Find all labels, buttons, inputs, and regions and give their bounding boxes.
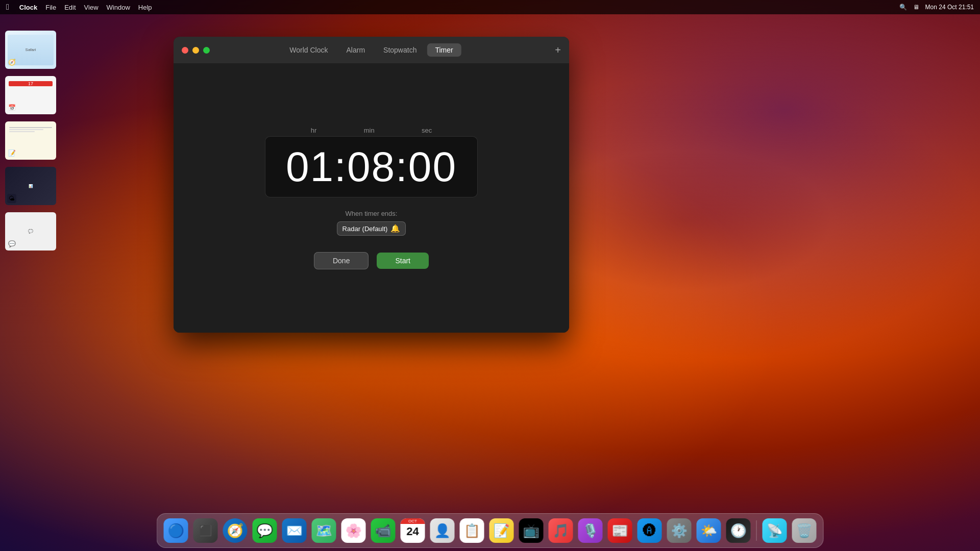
tab-alarm[interactable]: Alarm [338, 43, 374, 57]
tab-world-clock[interactable]: World Clock [281, 43, 336, 57]
dock: 🔵 ⬛ 🧭 💬 ✉️ 🗺️ 🌸 📹 OCT 24 👤 📋 📝 [157, 513, 824, 548]
menubar-help[interactable]: Help [138, 4, 152, 11]
dock-finder[interactable]: 🔵 [162, 517, 190, 544]
dock-facetime[interactable]: 📹 [370, 517, 397, 544]
dark-app-dock-icon: 🌤 [7, 194, 16, 203]
window-content: hr min sec 01:08:00 When timer ends: Rad… [174, 63, 569, 333]
window-close-button[interactable] [182, 47, 188, 54]
menubar-file[interactable]: File [45, 4, 56, 11]
done-button[interactable]: Done [314, 252, 369, 269]
sidebar-thumb-messages[interactable]: 💬 💬 [5, 212, 56, 251]
alarm-name: Radar (Default) [342, 225, 388, 233]
dock-airdrop[interactable]: 📡 [761, 517, 789, 544]
control-center-icon[interactable]: 🖥 [913, 4, 919, 11]
start-button[interactable]: Start [377, 253, 429, 269]
dock-separator [756, 520, 757, 541]
dock-mail[interactable]: ✉️ [281, 517, 308, 544]
timer-ends-label: When timer ends: [346, 210, 398, 217]
datetime-display: Mon 24 Oct 21:51 [925, 4, 974, 11]
calendar-dock-icon: 📅 [7, 103, 16, 112]
messages-dock-icon: 💬 [7, 239, 16, 248]
dock-clock[interactable]: 🕐 [725, 517, 752, 544]
menubar:  Clock File Edit View Window Help 🔍 🖥 M… [0, 0, 980, 14]
sidebar-thumb-safari[interactable]: Safari 🧭 [5, 31, 56, 69]
sidebar-thumb-calendar[interactable]: 17 📅 [5, 76, 56, 114]
tab-stopwatch[interactable]: Stopwatch [375, 43, 425, 57]
dock-news[interactable]: 📰 [606, 517, 634, 544]
apple-menu[interactable]:  [6, 3, 9, 12]
dock-system-preferences[interactable]: ⚙️ [666, 517, 693, 544]
label-sec: sec [422, 127, 432, 134]
dock-photos[interactable]: 🌸 [340, 517, 368, 544]
timer-labels: hr min sec [287, 127, 456, 134]
menubar-edit[interactable]: Edit [64, 4, 76, 11]
safari-dock-icon: 🧭 [7, 58, 16, 67]
menubar-right: 🔍 🖥 Mon 24 Oct 21:51 [899, 4, 974, 11]
timer-alarm-selector[interactable]: Radar (Default) 🔔 [337, 221, 406, 236]
window-minimize-button[interactable] [192, 47, 199, 54]
window-controls [182, 47, 210, 54]
add-button[interactable]: + [555, 45, 561, 55]
dock-maps[interactable]: 🗺️ [310, 517, 338, 544]
label-min: min [364, 127, 375, 134]
timer-display[interactable]: 01:08:00 [265, 136, 478, 197]
timer-time-value: 01:08:00 [286, 146, 457, 188]
dock-trash[interactable]: 🗑️ [791, 517, 818, 544]
alarm-emoji: 🔔 [390, 224, 400, 233]
dock-contacts[interactable]: 👤 [429, 517, 456, 544]
window-tabs: World Clock Alarm Stopwatch Timer [281, 43, 461, 57]
mission-control-sidebar: Safari 🧭 17 📅 📝 📊 🌤 [0, 26, 61, 256]
dock-launchpad[interactable]: ⬛ [192, 517, 219, 544]
dock-music[interactable]: 🎵 [547, 517, 575, 544]
menubar-window[interactable]: Window [107, 4, 130, 11]
timer-ends-section: When timer ends: Radar (Default) 🔔 [337, 210, 406, 236]
dock-messages[interactable]: 💬 [251, 517, 279, 544]
dock-weather[interactable]: 🌤️ [695, 517, 723, 544]
sidebar-thumb-notes[interactable]: 📝 [5, 121, 56, 160]
dock-tv[interactable]: 📺 [518, 517, 545, 544]
menubar-view[interactable]: View [84, 4, 99, 11]
timer-buttons: Done Start [314, 252, 429, 269]
dock-calendar[interactable]: OCT 24 [399, 517, 427, 544]
window-titlebar: World Clock Alarm Stopwatch Timer + [174, 37, 569, 63]
dock-appstore[interactable]: 🅐 [636, 517, 664, 544]
tab-timer[interactable]: Timer [427, 43, 461, 57]
window-maximize-button[interactable] [203, 47, 210, 54]
label-hr: hr [311, 127, 317, 134]
dock-notes[interactable]: 📝 [488, 517, 516, 544]
dock-podcasts[interactable]: 🎙️ [577, 517, 604, 544]
dock-reminders[interactable]: 📋 [458, 517, 486, 544]
sidebar-thumb-dark[interactable]: 📊 🌤 [5, 167, 56, 205]
clock-window: World Clock Alarm Stopwatch Timer + hr m… [174, 37, 569, 333]
dock-safari[interactable]: 🧭 [222, 517, 249, 544]
menubar-app-name[interactable]: Clock [19, 4, 37, 11]
menubar-left:  Clock File Edit View Window Help [6, 3, 152, 12]
notes-dock-icon: 📝 [7, 148, 16, 158]
search-icon[interactable]: 🔍 [899, 4, 907, 11]
